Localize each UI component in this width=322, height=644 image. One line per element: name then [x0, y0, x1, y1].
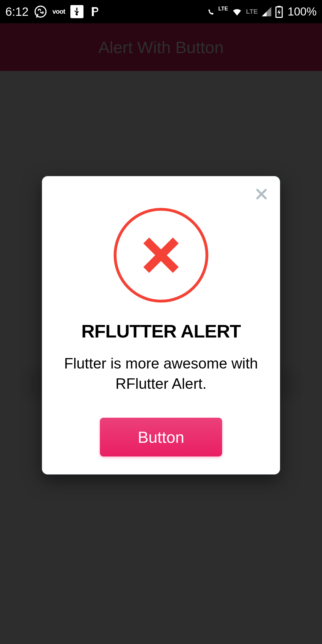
close-icon: [254, 187, 269, 201]
lte-label-2: LTE: [246, 8, 258, 16]
p-icon: [89, 6, 101, 18]
dialog-title: RFLUTTER ALERT: [81, 321, 241, 342]
battery-charging-icon: [275, 5, 283, 18]
lte-label-1: LTE: [218, 6, 228, 12]
wifi-icon: [231, 6, 243, 18]
status-bar: 6:12 voot: [0, 0, 322, 23]
dialog-message: Flutter is more awesome with RFlutter Al…: [57, 354, 265, 394]
phone-lte-icon: [206, 6, 218, 18]
dialog-action-button[interactable]: Button: [100, 418, 222, 456]
svg-rect-2: [77, 9, 78, 14]
usb-icon: [70, 5, 83, 18]
error-icon: [112, 206, 210, 306]
signal-icon: [261, 6, 272, 17]
svg-point-3: [76, 14, 78, 16]
status-bar-right: LTE LTE 100%: [206, 5, 317, 18]
whatsapp-icon: [34, 5, 47, 18]
status-time: 6:12: [5, 5, 29, 18]
close-button[interactable]: [254, 187, 269, 202]
battery-percent: 100%: [288, 5, 317, 18]
alert-dialog: RFLUTTER ALERT Flutter is more awesome w…: [42, 176, 280, 475]
status-bar-left: 6:12 voot: [5, 5, 101, 18]
svg-point-0: [35, 6, 46, 17]
voot-icon: voot: [52, 8, 65, 16]
svg-rect-5: [278, 6, 281, 7]
